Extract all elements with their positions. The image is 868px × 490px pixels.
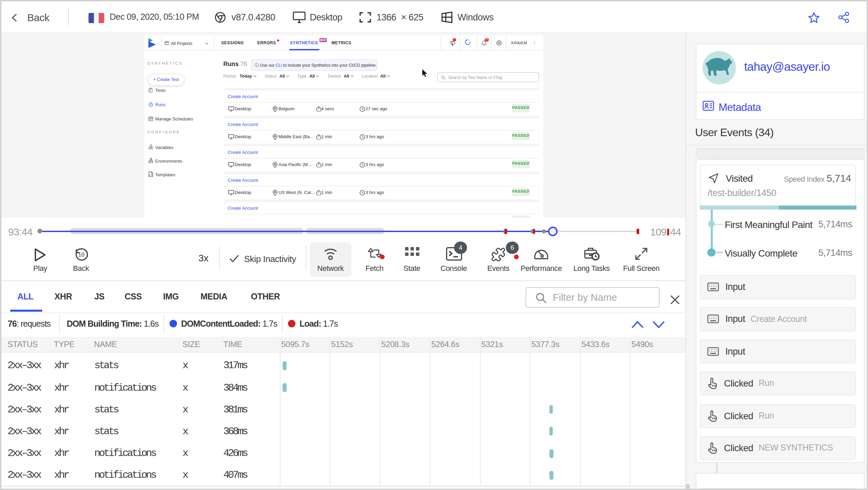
svg-text:10: 10	[78, 251, 84, 257]
